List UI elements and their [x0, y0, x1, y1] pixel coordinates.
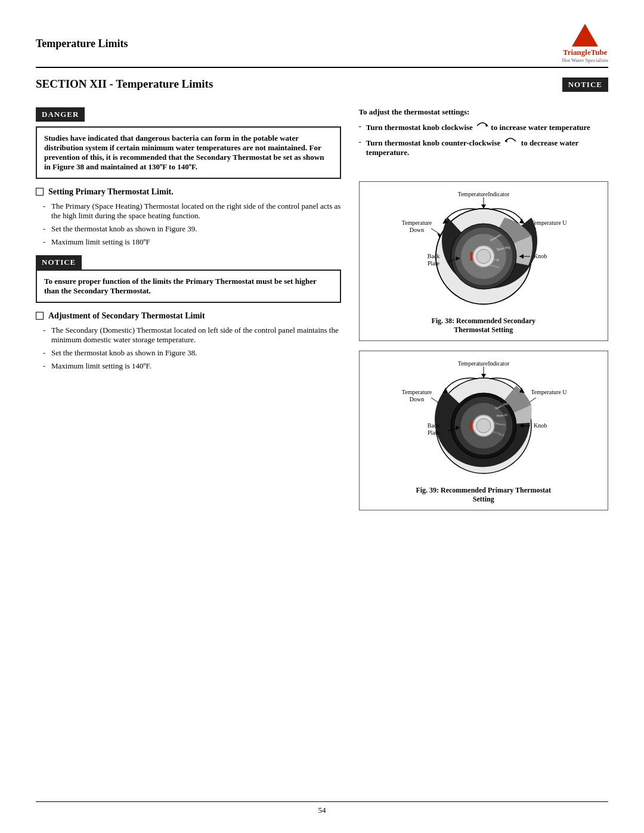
adjust-bullet-1: - Turn thermostat knob clockwise to incr…	[359, 122, 609, 132]
svg-text:Temperature: Temperature	[402, 219, 432, 226]
logo-sub: Hot Water Specialists	[562, 57, 608, 63]
secondary-bullet-3: Maximum limit setting is 140ºF.	[43, 361, 341, 371]
danger-label: DANGER	[36, 107, 85, 122]
svg-text:Temperature Up: Temperature Up	[531, 219, 567, 226]
adjust-bullet-2: - Turn thermostat knob counter-clockwise…	[359, 137, 609, 157]
counterclockwise-arrow-icon	[504, 137, 517, 145]
svg-marker-32	[519, 218, 524, 224]
svg-text:Down: Down	[410, 227, 424, 233]
svg-marker-61	[443, 388, 448, 393]
svg-text:Plate: Plate	[428, 260, 440, 267]
left-column: DANGER Studies have indicated that dange…	[36, 107, 341, 510]
svg-text:Back: Back	[427, 422, 439, 429]
notice-left-section: NOTICE To ensure proper function of the …	[36, 255, 341, 303]
fig38-caption: Fig. 38: Recommended Secondary Thermosta…	[366, 317, 602, 335]
primary-checkbox	[36, 188, 44, 196]
footer-line	[36, 801, 608, 802]
figure-38-diagram: TemperatureIndicator Temperature Down Te…	[366, 188, 602, 313]
right-column: To adjust the thermostat settings: - Tur…	[359, 107, 609, 510]
notice-left-text: To ensure proper function of the limits …	[44, 277, 317, 295]
svg-text:TemperatureIndicator: TemperatureIndicator	[458, 191, 510, 197]
dash-1: -	[359, 122, 361, 131]
notice-left-label: NOTICE	[36, 255, 82, 270]
adjust-bullet-2-text: Turn thermostat knob counter-clockwise t…	[366, 137, 608, 157]
clockwise-arrow-icon	[476, 122, 489, 130]
figure-39: TemperatureIndicator Temperature Down Te…	[359, 351, 609, 510]
primary-bullet-3: Maximum limit setting is 180ºF	[43, 237, 341, 247]
adjust-heading: To adjust the thermostat settings:	[359, 107, 609, 117]
adjust-instructions: To adjust the thermostat settings: - Tur…	[359, 107, 609, 165]
logo: TriangleTube Hot Water Specialists	[562, 24, 608, 63]
figure-39-diagram: TemperatureIndicator Temperature Down Te…	[366, 357, 602, 482]
page-header: Temperature Limits TriangleTube Hot Wate…	[36, 24, 608, 68]
logo-triangle-icon	[572, 24, 598, 47]
secondary-bullet-1: The Secondary (Domestic) Thermostat loca…	[43, 326, 341, 345]
logo-name: TriangleTube	[563, 48, 607, 57]
fig39-caption: Fig. 39: Recommended Primary Thermostat …	[366, 486, 602, 504]
secondary-checkbox	[36, 312, 44, 320]
svg-marker-4	[481, 205, 486, 209]
svg-point-23	[476, 249, 491, 264]
svg-text:TemperatureIndicator: TemperatureIndicator	[458, 360, 510, 367]
svg-text:Temperature Up: Temperature Up	[531, 389, 567, 395]
danger-content: Studies have indicated that dangerous ba…	[36, 126, 341, 179]
page-number: 54	[318, 806, 326, 815]
svg-marker-35	[481, 374, 486, 378]
secondary-adjustment-heading: Adjustment of Secondary Thermostat Limit	[36, 311, 341, 321]
svg-text:Temperature: Temperature	[402, 389, 432, 395]
notice-left-content: To ensure proper function of the limits …	[36, 270, 341, 303]
svg-point-53	[476, 419, 491, 433]
primary-bullet-1: The Primary (Space Heating) Thermostat l…	[43, 202, 341, 221]
svg-text:Down: Down	[410, 396, 424, 402]
svg-line-7	[431, 228, 442, 236]
svg-text:Knob: Knob	[534, 253, 547, 259]
primary-heading-text: Setting Primary Thermostat Limit.	[48, 187, 174, 197]
page-title: Temperature Limits	[36, 38, 128, 50]
secondary-bullets: The Secondary (Domestic) Thermostat loca…	[36, 326, 341, 371]
figure-38: TemperatureIndicator Temperature Down Te…	[359, 181, 609, 341]
thermostat-39-svg: TemperatureIndicator Temperature Down Te…	[400, 357, 567, 482]
adjust-bullet-1-text: Turn thermostat knob clockwise to increa…	[366, 122, 590, 132]
danger-text: Studies have indicated that dangerous ba…	[44, 134, 324, 171]
secondary-heading-text: Adjustment of Secondary Thermostat Limit	[48, 311, 205, 321]
section-title: SECTION XII - Temperature Limits	[36, 78, 213, 91]
secondary-bullet-2: Set the thermostat knob as shown in Figu…	[43, 348, 341, 358]
svg-text:Knob: Knob	[534, 422, 547, 429]
primary-bullets: The Primary (Space Heating) Thermostat l…	[36, 202, 341, 247]
content-columns: DANGER Studies have indicated that dange…	[36, 107, 608, 510]
dash-2: -	[359, 137, 361, 147]
svg-text:Plate: Plate	[428, 429, 440, 436]
primary-setting-heading: Setting Primary Thermostat Limit.	[36, 187, 341, 197]
notice-top-label: NOTICE	[562, 78, 608, 92]
primary-bullet-2: Set the thermostat knob as shown in Figu…	[43, 224, 341, 234]
svg-text:Back: Back	[427, 253, 439, 259]
danger-section: DANGER Studies have indicated that dange…	[36, 107, 341, 179]
thermostat-38-svg: TemperatureIndicator Temperature Down Te…	[400, 188, 567, 313]
page-footer: 54	[0, 801, 644, 815]
